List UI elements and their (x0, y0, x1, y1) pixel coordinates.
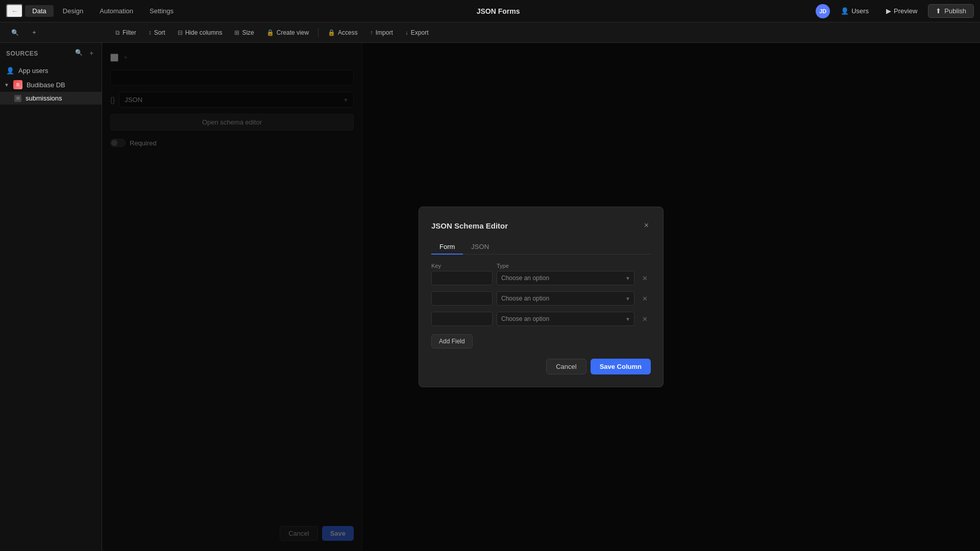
sidebar-item-submissions[interactable]: ⊟ submissions (0, 92, 102, 105)
filter-icon: ⧉ (115, 29, 120, 36)
hide-icon: ⊟ (178, 29, 183, 36)
size-icon: ⊞ (234, 29, 239, 36)
field-row-2: Choose an option ▼ ✕ (431, 291, 651, 306)
field-headers: Key Type (431, 263, 651, 269)
main-layout: Sources 🔍 ＋ 👤 App users ▼ B Budibase DB … (0, 43, 980, 551)
toolbar: 🔍 ＋ ⧉ Filter ↕ Sort ⊟ Hide columns ⊞ Siz… (0, 22, 980, 43)
field-type-select-3[interactable]: Choose an option (497, 312, 634, 326)
key-header: Key (431, 263, 493, 269)
filter-button[interactable]: ⧉ Filter (110, 27, 141, 38)
preview-button[interactable]: ▶ Preview (879, 4, 924, 18)
export-button[interactable]: ↓ Export (400, 27, 434, 38)
field-type-select-1[interactable]: Choose an option (497, 271, 634, 285)
avatar: JD (816, 4, 830, 18)
type-header: Type (497, 263, 651, 269)
preview-label: Preview (894, 7, 917, 15)
toolbar-add-button[interactable]: ＋ (26, 26, 42, 39)
field-row-3: Choose an option ▼ ✕ (431, 312, 651, 326)
search-icon: 🔍 (11, 29, 19, 36)
size-button[interactable]: ⊞ Size (229, 27, 259, 38)
nav-tab-settings[interactable]: Settings (142, 5, 181, 17)
sidebar-table-label: submissions (26, 94, 62, 102)
sort-icon: ↕ (149, 29, 152, 36)
table-icon: ⊟ (14, 95, 21, 102)
sidebar-item-app-users[interactable]: 👤 App users (0, 64, 102, 78)
users-label: Users (851, 7, 869, 15)
app-title: JSON Forms (183, 7, 814, 15)
field-key-3[interactable] (431, 312, 493, 326)
filter-label: Filter (122, 29, 136, 36)
modal-header: JSON Schema Editor × (431, 219, 651, 232)
back-button[interactable]: ← (6, 4, 23, 18)
add-icon: ＋ (31, 28, 37, 37)
access-icon: 🔒 (328, 29, 335, 36)
import-button[interactable]: ↑ Import (365, 27, 398, 38)
sidebar: Sources 🔍 ＋ 👤 App users ▼ B Budibase DB … (0, 43, 102, 551)
modal-save-column-button[interactable]: Save Column (591, 359, 651, 374)
top-navigation: ← Data Design Automation Settings JSON F… (0, 0, 980, 22)
content-area: ＋ people {} JSON ▼ Open schema editor Re… (102, 43, 980, 551)
hide-columns-label: Hide columns (185, 29, 223, 36)
sidebar-db-label: Budibase DB (27, 81, 65, 89)
publish-label: Publish (944, 7, 966, 15)
modal-overlay: JSON Schema Editor × Form JSON Key Type (102, 43, 980, 551)
create-view-icon: 🔒 (266, 29, 274, 36)
access-button[interactable]: 🔒 Access (323, 27, 363, 38)
sidebar-add-icon[interactable]: ＋ (87, 48, 96, 59)
export-icon: ↓ (405, 29, 408, 36)
toolbar-search-button[interactable]: 🔍 (6, 27, 24, 38)
size-label: Size (242, 29, 254, 36)
app-users-icon: 👤 (6, 67, 14, 74)
export-label: Export (411, 29, 429, 36)
sources-header: Sources 🔍 ＋ (0, 43, 102, 64)
access-label: Access (338, 29, 358, 36)
db-icon: B (13, 80, 22, 89)
expand-icon: ▼ (4, 82, 9, 88)
toolbar-separator (318, 28, 318, 37)
modal-title: JSON Schema Editor (431, 221, 508, 230)
field-type-wrap-2: Choose an option ▼ (497, 291, 634, 306)
sidebar-search-icon[interactable]: 🔍 (74, 48, 84, 59)
field-remove-1[interactable]: ✕ (639, 271, 651, 285)
modal-tabs: Form JSON (431, 240, 651, 255)
field-type-select-2[interactable]: Choose an option (497, 291, 634, 306)
field-type-wrap-1: Choose an option ▼ (497, 271, 634, 285)
field-row-inner-2: Choose an option ▼ ✕ (431, 291, 651, 306)
field-key-2[interactable] (431, 291, 493, 306)
preview-icon: ▶ (886, 7, 891, 15)
hide-columns-button[interactable]: ⊟ Hide columns (173, 27, 228, 38)
json-schema-modal: JSON Schema Editor × Form JSON Key Type (419, 207, 664, 387)
tab-form[interactable]: Form (431, 240, 463, 255)
users-button[interactable]: 👤 Users (834, 4, 875, 18)
sources-title: Sources (6, 50, 38, 57)
import-label: Import (376, 29, 393, 36)
nav-tab-design[interactable]: Design (56, 5, 90, 17)
sidebar-item-budibase-db[interactable]: ▼ B Budibase DB (0, 78, 102, 92)
modal-cancel-button[interactable]: Cancel (546, 359, 586, 374)
field-row-1: Choose an option ▼ ✕ (431, 271, 651, 285)
field-remove-2[interactable]: ✕ (639, 291, 651, 306)
sort-button[interactable]: ↕ Sort (143, 27, 170, 38)
field-key-1[interactable] (431, 271, 493, 285)
add-field-button[interactable]: Add Field (431, 334, 473, 348)
create-view-button[interactable]: 🔒 Create view (261, 27, 314, 38)
nav-tab-data[interactable]: Data (25, 5, 53, 17)
tab-json[interactable]: JSON (463, 240, 497, 255)
modal-close-button[interactable]: × (642, 219, 651, 232)
field-row-inner-1: Choose an option ▼ ✕ (431, 271, 651, 285)
modal-footer: Cancel Save Column (431, 359, 651, 374)
publish-button[interactable]: ⬆ Publish (928, 4, 974, 18)
create-view-label: Create view (277, 29, 309, 36)
sidebar-app-users-label: App users (18, 67, 48, 74)
users-icon: 👤 (841, 7, 849, 15)
import-icon: ↑ (370, 29, 373, 36)
field-type-wrap-3: Choose an option ▼ (497, 312, 634, 326)
sort-label: Sort (154, 29, 165, 36)
nav-tab-automation[interactable]: Automation (92, 5, 140, 17)
field-row-inner-3: Choose an option ▼ ✕ (431, 312, 651, 326)
field-remove-3[interactable]: ✕ (639, 312, 651, 326)
publish-icon: ⬆ (936, 7, 941, 15)
